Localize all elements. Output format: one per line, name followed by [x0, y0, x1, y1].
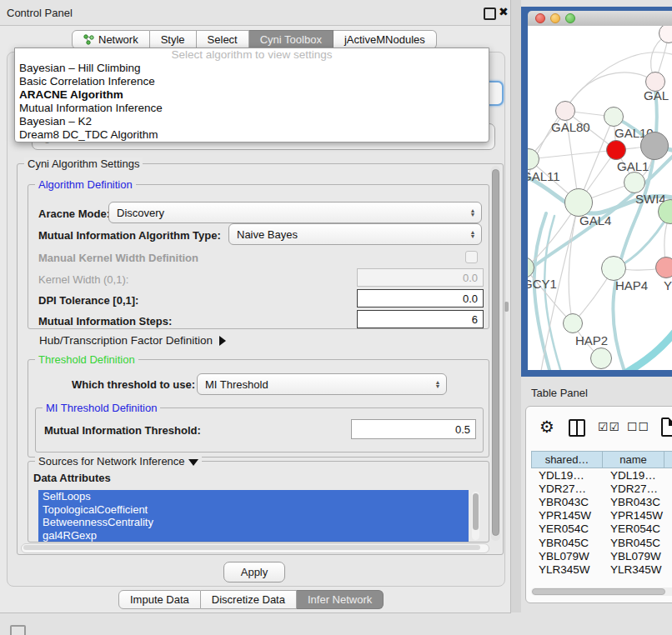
node-label-gcy1: GCY1: [528, 277, 557, 291]
node-label-gal80: GAL80: [551, 120, 590, 134]
algorithm-option-mutual-information-inference[interactable]: Mutual Information Inference: [15, 102, 489, 115]
algorithm-option-basic-correlation-inference[interactable]: Basic Correlation Inference: [15, 75, 489, 88]
node-label-gal: GAL: [644, 88, 669, 102]
node-table[interactable]: shared…nameA YDL19…YDL19…13YDR27…YDR27…1…: [531, 451, 672, 576]
manual-kernel-width-label: Manual Kernel Width Definition: [38, 252, 198, 264]
table-row[interactable]: YBL079WYBL079W: [531, 549, 672, 562]
tab-select[interactable]: Select: [197, 30, 249, 49]
sources-group-title[interactable]: Sources for Network Inference: [35, 455, 202, 468]
table-body: YDL19…YDL19…13YDR27…YDR27…12YBR043CYBR04…: [531, 468, 672, 576]
tab-network[interactable]: Network: [72, 30, 150, 49]
table-cell: YBR043C: [603, 496, 664, 508]
network-node[interactable]: [640, 132, 669, 160]
deselect-all-checkboxes-icon[interactable]: ☐☐: [627, 420, 649, 433]
table-panel-title: Table Panel: [531, 387, 588, 399]
scrollbar-thumb[interactable]: [23, 545, 480, 550]
network-node-gal10[interactable]: [604, 107, 624, 127]
network-node-gal1[interactable]: [606, 140, 626, 160]
data-attribute-item-selfloops[interactable]: SelfLoops: [38, 490, 469, 503]
network-node-gal80[interactable]: [555, 101, 575, 121]
dpi-tolerance-value: 0.0: [463, 292, 478, 305]
tab-jactivemnodules[interactable]: jActiveMNodules: [333, 30, 437, 49]
window-close-light-icon[interactable]: [535, 13, 545, 23]
column-header-name[interactable]: name: [603, 451, 664, 468]
scrollbar-thumb[interactable]: [492, 169, 499, 536]
data-attribute-item-topologicalcoefficient[interactable]: TopologicalCoefficient: [38, 503, 469, 517]
table-cell: YBL079W: [603, 550, 664, 562]
split-columns-icon[interactable]: [569, 419, 585, 437]
data-attribute-item-betweennesscentrality[interactable]: BetweennessCentrality: [38, 516, 469, 529]
algorithm-option-bayesian-k2[interactable]: Bayesian – K2: [15, 115, 489, 128]
table-row[interactable]: YLR345WYLR345W9.: [531, 562, 672, 576]
network-icon: [83, 34, 94, 45]
scrollbar-thumb[interactable]: [473, 493, 479, 530]
sources-horizontal-scrollbar[interactable]: [21, 543, 489, 553]
mi-threshold-field[interactable]: 0.5: [351, 419, 476, 439]
table-horizontal-scrollbar[interactable]: [531, 588, 672, 596]
network-node-y[interactable]: [655, 257, 672, 278]
dpi-tolerance-field[interactable]: 0.0: [357, 289, 484, 308]
table-row[interactable]: YBR043CYBR043C: [531, 495, 672, 508]
tab-label: jActiveMNodules: [344, 33, 425, 46]
bottom-tab-discretize-data[interactable]: Discretize Data: [201, 590, 297, 609]
algorithm-option-aracne-algorithm[interactable]: ARACNE Algorithm: [15, 88, 489, 102]
combo-arrows-icon: ▲▼: [431, 380, 444, 388]
mi-steps-field[interactable]: 6: [357, 310, 484, 328]
bottom-tab-infer-network[interactable]: Infer Network: [297, 590, 384, 609]
scrollbar-thumb[interactable]: [532, 588, 665, 595]
data-attributes-list[interactable]: SelfLoopsTopologicalCoefficientBetweenne…: [38, 490, 469, 542]
new-table-icon[interactable]: [661, 418, 672, 437]
hub-definition-toggle[interactable]: Hub/Transcription Factor Definition: [39, 334, 226, 347]
column-header-shared[interactable]: shared…: [531, 451, 603, 468]
column-header-a[interactable]: A: [664, 451, 672, 468]
table-cell: 8.: [664, 522, 672, 535]
sources-list-scrollbar[interactable]: [472, 492, 479, 540]
table-row[interactable]: YPR145WYPR145W9.: [531, 509, 672, 522]
network-node-hap2[interactable]: [563, 313, 583, 333]
network-node-hap4[interactable]: [601, 256, 626, 281]
table-cell: YBL079W: [531, 550, 603, 562]
table-row[interactable]: YBR045CYBR045C9.: [531, 536, 672, 549]
which-threshold-combobox[interactable]: MI Threshold ▲▼: [197, 373, 447, 395]
network-window-titlebar[interactable]: [528, 11, 672, 27]
tab-cyni-toolbox[interactable]: Cyni Toolbox: [249, 30, 333, 49]
network-canvas[interactable]: GALGAL80GAL10GAL1GAL11SWI4GAL4GCY1HAP4YH…: [528, 26, 672, 370]
table-row[interactable]: YDR27…YDR27…12: [531, 482, 672, 495]
manual-kernel-width-checkbox[interactable]: [465, 251, 478, 263]
tab-style[interactable]: Style: [150, 30, 197, 49]
expand-right-icon: [219, 336, 226, 346]
table-cell: YLR345W: [531, 563, 603, 576]
network-node-swi4[interactable]: [624, 172, 645, 193]
network-node[interactable]: [590, 348, 612, 369]
settings-gear-icon[interactable]: ⚙: [539, 417, 554, 437]
table-toolbar: ⚙ ☑☑ ☐☐: [526, 415, 672, 442]
bottom-tab-impute-data[interactable]: Impute Data: [118, 590, 201, 609]
divider-handle[interactable]: [504, 302, 509, 312]
algorithm-option-bayesian-hill-climbing[interactable]: Bayesian – Hill Climbing: [15, 62, 489, 75]
aracne-mode-combobox[interactable]: Discovery ▲▼: [108, 202, 482, 223]
float-icon[interactable]: [484, 8, 496, 20]
data-attribute-item-gal4rgexp[interactable]: gal4RGexp: [38, 529, 469, 542]
mi-algorithm-type-combobox[interactable]: Naive Bayes ▲▼: [228, 223, 482, 245]
table-cell: 9.: [664, 563, 672, 576]
dock-panel-icon[interactable]: [10, 625, 26, 635]
window-minimize-light-icon[interactable]: [550, 13, 560, 23]
algorithm-option-dream8-dc-tdc-algorithm[interactable]: Dream8 DC_TDC Algorithm: [15, 128, 489, 142]
kernel-width-field[interactable]: 0.0: [357, 268, 484, 287]
cyni-algorithm-settings-group: Cyni Algorithm Settings Algorithm Defini…: [17, 163, 504, 555]
select-all-checkboxes-icon[interactable]: ☑☑: [598, 420, 620, 433]
network-node-gal4[interactable]: [564, 188, 593, 217]
tab-label: Select: [208, 33, 238, 46]
table-row[interactable]: YDL19…YDL19…13: [531, 468, 672, 482]
settings-group-title: Cyni Algorithm Settings: [24, 158, 143, 170]
node-label-hap2: HAP2: [575, 333, 608, 348]
tab-label: Cyni Toolbox: [260, 33, 322, 46]
close-icon[interactable]: ✖: [499, 5, 509, 18]
table-row[interactable]: YER054CYER054C8.: [531, 522, 672, 536]
bottom-tab-bar: Impute DataDiscretize DataInfer Network: [118, 590, 384, 609]
settings-scrollbar[interactable]: [491, 166, 500, 541]
mi-steps-value: 6: [472, 313, 478, 326]
table-cell: YPR145W: [603, 509, 664, 522]
window-zoom-light-icon[interactable]: [565, 13, 575, 23]
apply-button[interactable]: Apply: [223, 562, 285, 582]
